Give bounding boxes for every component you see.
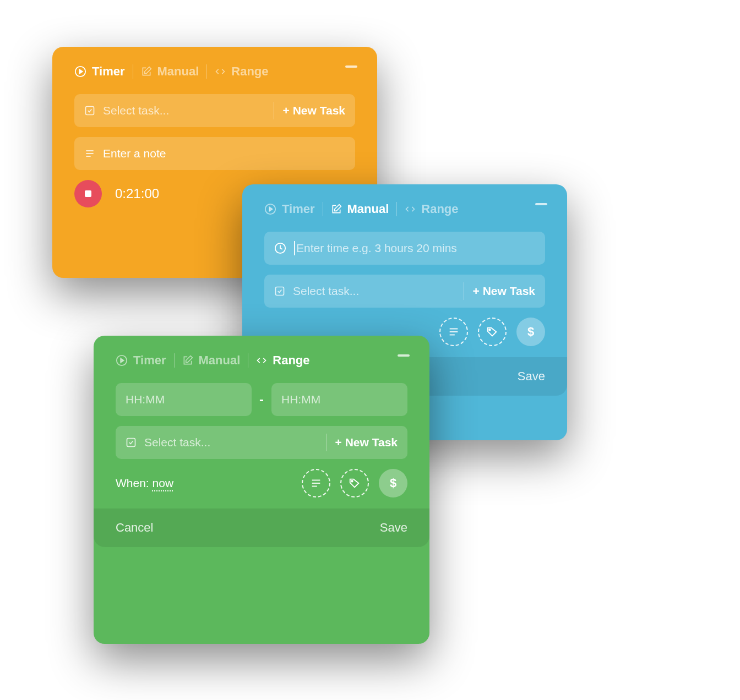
range-dash: -	[259, 392, 264, 407]
svg-point-17	[351, 480, 353, 482]
tag-button[interactable]	[340, 469, 369, 497]
end-time-input[interactable]: HH:MM	[271, 383, 407, 416]
new-task-button[interactable]: + New Task	[473, 285, 535, 298]
stop-button[interactable]	[74, 180, 102, 207]
select-task-field[interactable]: Select task... + New Task	[116, 426, 407, 459]
tab-range-label: Range	[273, 353, 309, 368]
stop-icon	[85, 190, 91, 197]
tab-range-label: Range	[231, 64, 268, 79]
check-square-icon	[84, 105, 95, 116]
start-time-placeholder: HH:MM	[126, 393, 165, 406]
tab-separator	[396, 202, 397, 216]
select-task-field[interactable]: Select task... + New Task	[264, 275, 545, 308]
start-time-input[interactable]: HH:MM	[116, 383, 252, 416]
check-square-icon	[126, 437, 137, 448]
edit-icon	[331, 204, 342, 215]
dollar-icon: $	[390, 476, 396, 490]
options-row: When: now $	[116, 469, 407, 497]
note-button[interactable]	[302, 469, 330, 497]
field-separator	[464, 282, 464, 300]
tab-range[interactable]: Range	[215, 64, 268, 79]
clock-icon	[274, 242, 286, 254]
tab-timer-label: Timer	[133, 353, 166, 368]
tab-manual[interactable]: Manual	[331, 202, 389, 216]
play-circle-icon	[264, 203, 276, 215]
tab-separator	[133, 64, 133, 79]
play-circle-icon	[74, 65, 86, 78]
tabs: Timer Manual Range	[74, 64, 355, 79]
note-button[interactable]	[439, 318, 468, 346]
tabs: Timer Manual Range	[264, 202, 545, 216]
minimize-button[interactable]	[398, 354, 410, 357]
end-time-placeholder: HH:MM	[281, 393, 320, 406]
svg-rect-7	[276, 287, 284, 296]
range-arrows-icon	[256, 355, 267, 366]
save-button[interactable]: Save	[518, 369, 545, 384]
billable-button[interactable]: $	[516, 318, 545, 346]
tab-timer-label: Timer	[282, 202, 315, 216]
select-task-placeholder: Select task...	[144, 436, 317, 449]
new-task-button[interactable]: + New Task	[335, 436, 398, 449]
tab-timer[interactable]: Timer	[264, 202, 315, 216]
elapsed-time: 0:21:00	[115, 186, 159, 201]
select-task-placeholder: Select task...	[293, 285, 455, 298]
when-value[interactable]: now	[153, 477, 174, 489]
check-square-icon	[274, 286, 285, 297]
tab-manual-label: Manual	[347, 202, 389, 216]
range-arrows-icon	[405, 204, 416, 215]
tab-separator	[206, 64, 207, 79]
field-separator	[326, 434, 327, 451]
select-task-field[interactable]: Select task... + New Task	[74, 94, 355, 127]
svg-rect-1	[86, 107, 94, 115]
tab-manual-label: Manual	[157, 64, 199, 79]
range-card: Timer Manual Range HH:MM - HH:MM	[94, 336, 429, 644]
range-arrows-icon	[215, 66, 226, 77]
select-task-placeholder: Select task...	[103, 104, 265, 117]
tab-separator	[248, 353, 248, 368]
tab-range[interactable]: Range	[405, 202, 458, 216]
icon-buttons: $	[302, 469, 407, 497]
note-placeholder: Enter a note	[103, 147, 345, 160]
tab-timer-label: Timer	[92, 64, 125, 79]
svg-rect-13	[127, 439, 135, 447]
tab-timer[interactable]: Timer	[74, 64, 125, 79]
time-input-field[interactable]: Enter time e.g. 3 hours 20 mins	[264, 232, 545, 265]
minimize-button[interactable]	[345, 65, 357, 68]
when-label: When:	[116, 477, 149, 489]
tag-button[interactable]	[478, 318, 507, 346]
card-footer: Cancel Save	[94, 508, 429, 547]
tab-manual[interactable]: Manual	[141, 64, 199, 79]
text-cursor	[294, 241, 295, 255]
tab-range-label: Range	[421, 202, 458, 216]
dollar-icon: $	[527, 325, 534, 339]
svg-point-11	[489, 329, 491, 331]
cancel-button[interactable]: Cancel	[116, 521, 153, 535]
time-input-placeholder: Enter time e.g. 3 hours 20 mins	[296, 242, 535, 255]
tab-timer[interactable]: Timer	[116, 353, 166, 368]
icon-buttons: $	[439, 318, 545, 346]
minimize-button[interactable]	[535, 203, 547, 205]
tab-separator	[323, 202, 323, 216]
time-range-row: HH:MM - HH:MM	[116, 383, 407, 416]
tab-manual-label: Manual	[199, 353, 241, 368]
edit-icon	[182, 355, 193, 366]
play-circle-icon	[116, 354, 128, 367]
edit-icon	[141, 66, 152, 77]
tab-manual[interactable]: Manual	[182, 353, 241, 368]
tab-separator	[174, 353, 175, 368]
when-label-group: When: now	[116, 477, 173, 490]
save-button[interactable]: Save	[380, 521, 407, 535]
tabs: Timer Manual Range	[116, 353, 407, 368]
tab-range[interactable]: Range	[256, 353, 309, 368]
new-task-button[interactable]: + New Task	[283, 104, 345, 117]
field-separator	[274, 102, 274, 119]
billable-button[interactable]: $	[379, 469, 407, 497]
note-lines-icon	[84, 148, 95, 159]
note-field[interactable]: Enter a note	[74, 137, 355, 170]
